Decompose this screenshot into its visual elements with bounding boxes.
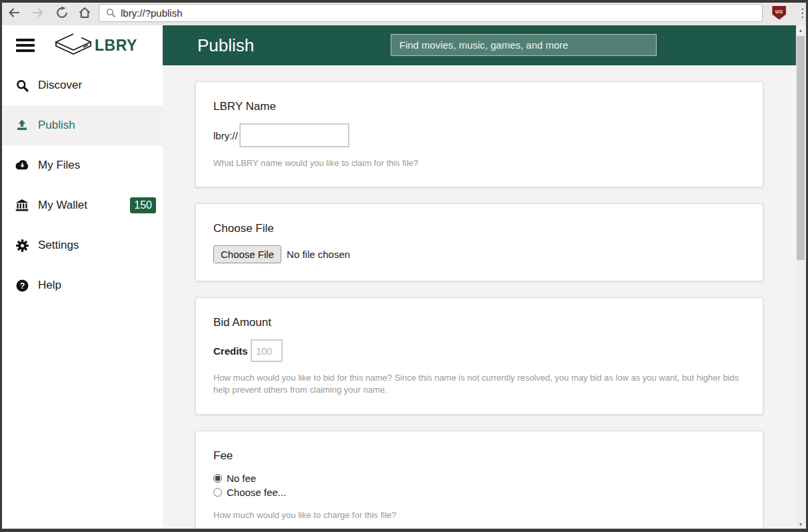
card-fee: Fee No fee Choose fee... How much would … [195,431,763,532]
lbry-logo: LBRY [53,31,137,59]
credits-label: Credits [213,345,248,357]
sidebar-item-help[interactable]: ? Help [0,265,163,305]
page-title: Publish [197,35,254,56]
sidebar-item-publish[interactable]: Publish [0,105,163,145]
bid-amount-input[interactable] [251,339,283,362]
file-status-text: No file chosen [287,249,350,260]
scroll-up-icon[interactable]: ▲ [796,25,805,35]
lbry-name-input[interactable] [239,123,349,147]
card-choose-file: Choose File Choose File No file chosen [195,203,763,281]
back-arrow-icon [7,6,21,19]
card-title: LBRY Name [213,100,745,113]
svg-text:?: ? [19,281,25,291]
vertical-scrollbar[interactable]: ▲ ▼ [796,25,805,529]
sidebar-item-label: My Wallet [38,199,87,212]
app-search-input[interactable] [391,34,657,56]
card-bid-amount: Bid Amount Credits How much would you li… [195,297,763,414]
scrollbar-thumb[interactable] [797,36,805,260]
card-lbry-name: LBRY Name lbry:// What LBRY name would y… [195,81,763,187]
reload-button[interactable] [55,5,69,20]
choose-file-button[interactable]: Choose File [213,245,281,263]
browser-toolbar: lbry://?publish UO ⋮ [0,0,808,25]
gear-icon [15,239,29,252]
lbry-url-prefix: lbry:// [213,130,238,141]
scroll-down-icon[interactable]: ▼ [796,519,805,529]
choose-fee-label[interactable]: Choose fee... [227,487,286,498]
url-text: lbry://?publish [121,7,183,19]
hamburger-menu-icon[interactable] [16,39,35,52]
lbry-logo-icon [53,31,92,59]
choose-fee-radio[interactable] [213,488,222,497]
back-button[interactable] [7,5,21,20]
sidebar-item-label: Settings [38,239,79,252]
help-icon: ? [15,279,29,292]
sidebar-item-my-files[interactable]: My Files [0,145,163,185]
sidebar-item-settings[interactable]: Settings [0,225,163,265]
sidebar-item-label: Help [38,279,61,292]
browser-menu-icon[interactable]: ⋮ [797,7,808,19]
sidebar-item-label: Publish [38,119,75,132]
card-title: Choose File [213,222,745,235]
card-title: Fee [213,449,745,463]
help-text: What LBRY name would you like to claim f… [213,157,745,169]
card-title: Bid Amount [213,316,745,329]
main-area: Publish LBRY Name lbry:// What LBRY name… [163,25,796,532]
url-bar[interactable]: lbry://?publish [99,4,763,22]
ublock-badge-text: UO [775,9,783,14]
bank-icon [15,199,29,211]
home-button[interactable] [77,5,92,20]
url-search-icon [106,8,115,17]
help-text: If you choose to price this content in d… [213,529,745,532]
reload-icon [55,6,69,19]
no-fee-label[interactable]: No fee [227,473,256,484]
no-fee-radio[interactable] [213,474,222,483]
publish-form: LBRY Name lbry:// What LBRY name would y… [163,65,796,532]
upload-icon [15,119,29,131]
help-text: How much would you like to bid for this … [213,372,745,396]
cloud-download-icon [15,160,29,171]
forward-arrow-icon [31,6,45,19]
sidebar-item-label: My Files [38,159,80,172]
home-icon [78,6,91,19]
sidebar-item-discover[interactable]: Discover [0,65,163,105]
wallet-balance-badge: 150 [130,197,156,213]
sidebar-item-my-wallet[interactable]: My Wallet 150 [0,185,163,225]
ublock-extension-icon[interactable]: UO [772,6,786,20]
sidebar-item-label: Discover [38,79,82,92]
app-header: Publish [163,25,796,65]
forward-button[interactable] [31,5,45,20]
sidebar: LBRY Discover Publish My Files My Wallet… [0,25,163,532]
lbry-logo-text: LBRY [95,37,137,55]
search-icon [15,79,29,92]
help-text: How much would you like to charge for th… [213,509,745,521]
